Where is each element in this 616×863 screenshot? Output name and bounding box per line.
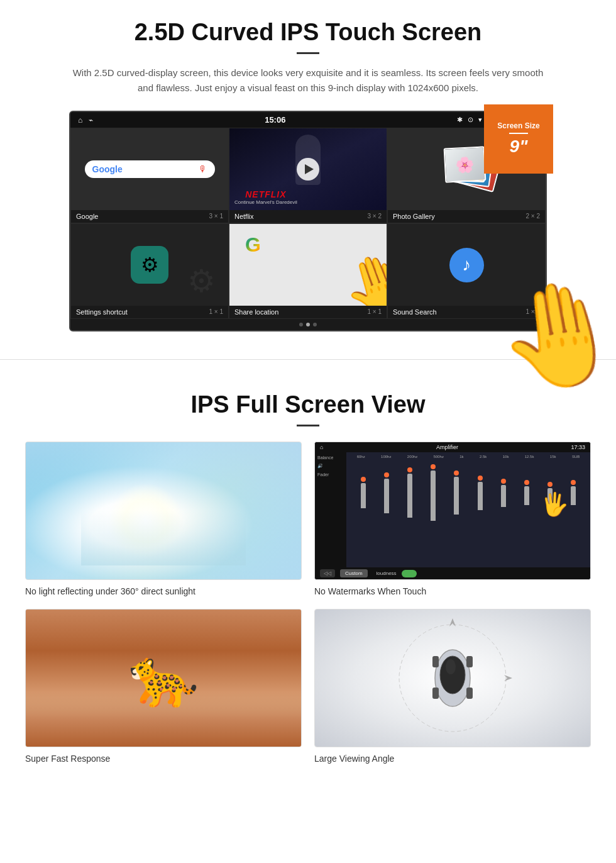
- status-bar: ⌂ ⌁ 15:06 ✱ ⊙ ▾ ⊡ ◁) ⊠ ▭ ↩: [70, 112, 546, 128]
- usb-icon: ⌁: [89, 116, 93, 125]
- sound-icon-circle: ♪: [449, 248, 484, 282]
- eq-bar-6[interactable]: [478, 461, 483, 524]
- eq-bar-2[interactable]: [384, 461, 389, 524]
- eq-bottom-bar: ◁◁ Custom loudness: [315, 567, 590, 579]
- google-g-icon: G: [245, 233, 261, 257]
- eq-dot-6: [478, 476, 483, 481]
- dot-1: [299, 323, 303, 326]
- svg-rect-4: [432, 656, 439, 667]
- sound-cell[interactable]: ♪ Sound Search 1 × 1: [387, 223, 546, 319]
- section-curved-screen: 2.5D Curved IPS Touch Screen With 2.5D c…: [0, 0, 616, 347]
- eq-bar-fill-3: [407, 474, 412, 518]
- feature-cheetah-label: Super Fast Response: [25, 754, 302, 764]
- google-search-bar[interactable]: Google 🎙: [85, 160, 215, 178]
- feature-sunlight-image: [25, 442, 302, 580]
- google-logo: Google: [92, 164, 123, 174]
- eq-loudness-toggle[interactable]: [402, 570, 417, 577]
- eq-touch-hand: 🖐: [541, 491, 569, 518]
- eq-bar-1[interactable]: [361, 461, 366, 524]
- sound-cell-content: ♪: [388, 224, 545, 306]
- music-note-icon: ♪: [462, 255, 471, 275]
- netflix-label: Netflix 3 × 2: [229, 210, 387, 223]
- android-screen: ⌂ ⌁ 15:06 ✱ ⊙ ▾ ⊡ ◁) ⊠ ▭ ↩: [69, 111, 547, 331]
- svg-rect-5: [466, 656, 473, 667]
- eq-loudness-label: loudness: [377, 571, 397, 576]
- eq-dot-3: [407, 467, 412, 472]
- eq-bar-10[interactable]: [571, 461, 576, 524]
- google-app-name: Google: [76, 213, 98, 220]
- share-cell-content: G 🤚: [229, 224, 387, 306]
- eq-balance-label: Balance: [317, 455, 344, 460]
- google-cell[interactable]: Google 🎙 Google 3 × 1: [70, 128, 229, 223]
- status-time: 15:06: [265, 115, 285, 125]
- cheetah-emoji: 🐆: [128, 649, 199, 706]
- feature-sunlight-label: No light reflecting under 360° direct su…: [25, 586, 302, 596]
- eq-dot-7: [501, 479, 506, 484]
- netflix-logo: NETFLIX: [234, 189, 297, 199]
- car-bg: [315, 610, 590, 747]
- eq-dot-1: [361, 477, 366, 482]
- settings-cell-content: ⚙ ⚙: [71, 224, 228, 306]
- play-button[interactable]: [297, 158, 319, 181]
- netflix-overlay: NETFLIX Continue Marvel's Daredevil: [234, 189, 297, 205]
- netflix-app-name: Netflix: [234, 213, 254, 220]
- feature-sunlight: No light reflecting under 360° direct su…: [25, 442, 302, 596]
- eq-bar-7[interactable]: [501, 461, 506, 524]
- badge-title: Screen Size: [497, 121, 539, 130]
- eq-bar-fill-6: [478, 482, 483, 510]
- settings-cell[interactable]: ⚙ ⚙ Settings shortcut 1 × 1: [70, 223, 229, 319]
- netflix-cell[interactable]: NETFLIX Continue Marvel's Daredevil Netf…: [229, 128, 387, 223]
- section2-divider: [297, 425, 319, 426]
- badge-size: 9": [510, 136, 528, 157]
- eq-dot-4: [431, 464, 436, 469]
- eq-bar-fill-7: [501, 485, 506, 507]
- svg-rect-6: [432, 688, 439, 699]
- sun-rays: [26, 442, 301, 579]
- netflix-grid-size: 3 × 2: [367, 213, 382, 220]
- share-cell[interactable]: G 🤚 Share location 1 × 1: [229, 223, 387, 319]
- bluetooth-icon: ✱: [457, 116, 463, 124]
- sound-app-name: Sound Search: [393, 308, 437, 316]
- eq-bar-4[interactable]: [431, 461, 436, 524]
- eq-bar-fill-4: [431, 470, 436, 521]
- sky-gradient: [81, 511, 246, 565]
- eq-volume-icon: 🔊: [317, 464, 344, 469]
- svg-point-3: [446, 659, 456, 674]
- google-mic-icon: 🎙: [199, 164, 207, 174]
- feature-cheetah: 🐆 Super Fast Response: [25, 609, 302, 764]
- google-cell-content: Google 🎙: [71, 128, 228, 210]
- eq-dot-8: [524, 480, 529, 485]
- eq-freq-labels: 60hz 100hz 200hz 500hz 1k 2.5k 10k 12.5k…: [349, 455, 588, 459]
- svg-rect-7: [466, 688, 473, 699]
- eq-back-btn[interactable]: ◁◁: [320, 569, 335, 577]
- eq-bar-5[interactable]: [454, 461, 459, 524]
- play-triangle-icon: [305, 164, 314, 174]
- eq-main: 60hz 100hz 200hz 500hz 1k 2.5k 10k 12.5k…: [346, 452, 590, 567]
- app-grid-bottom: ⚙ ⚙ Settings shortcut 1 × 1 G 🤚: [70, 223, 546, 319]
- eq-dot-9: [547, 482, 553, 487]
- feature-car: Large Viewing Angle: [314, 609, 591, 764]
- eq-custom-btn[interactable]: Custom: [340, 569, 368, 577]
- gallery-grid-size: 2 × 2: [525, 213, 540, 220]
- eq-fader-label: Fader: [317, 472, 344, 477]
- dot-3: [313, 323, 317, 326]
- eq-dot-2: [384, 472, 389, 477]
- eq-time: 17:33: [571, 444, 585, 450]
- sound-label: Sound Search 1 × 1: [388, 306, 545, 318]
- share-label: Share location 1 × 1: [229, 306, 387, 318]
- status-left: ⌂ ⌁: [78, 116, 93, 125]
- eq-dot-10: [571, 480, 576, 485]
- eq-bar-3[interactable]: [407, 461, 412, 524]
- flower-icon: 🌸: [455, 155, 475, 174]
- settings-gear-shadow: ⚙: [187, 263, 216, 299]
- feature-grid: No light reflecting under 360° direct su…: [25, 442, 591, 764]
- car-rotation-diagram: [390, 615, 515, 741]
- eq-bar-8[interactable]: [524, 461, 529, 524]
- eq-bar-fill-10: [571, 486, 576, 505]
- sound-grid-size: 1 × 1: [525, 308, 540, 316]
- section-ips-full: IPS Full Screen View No light reflecting…: [0, 372, 616, 776]
- gallery-app-name: Photo Gallery: [393, 213, 435, 220]
- android-screen-wrapper: Screen Size 9" ⌂ ⌁ 15:06 ✱ ⊙ ▾ ⊡ ◁) ⊠: [69, 111, 547, 331]
- eq-bar-fill-8: [524, 486, 529, 505]
- settings-app-name: Settings shortcut: [76, 308, 128, 316]
